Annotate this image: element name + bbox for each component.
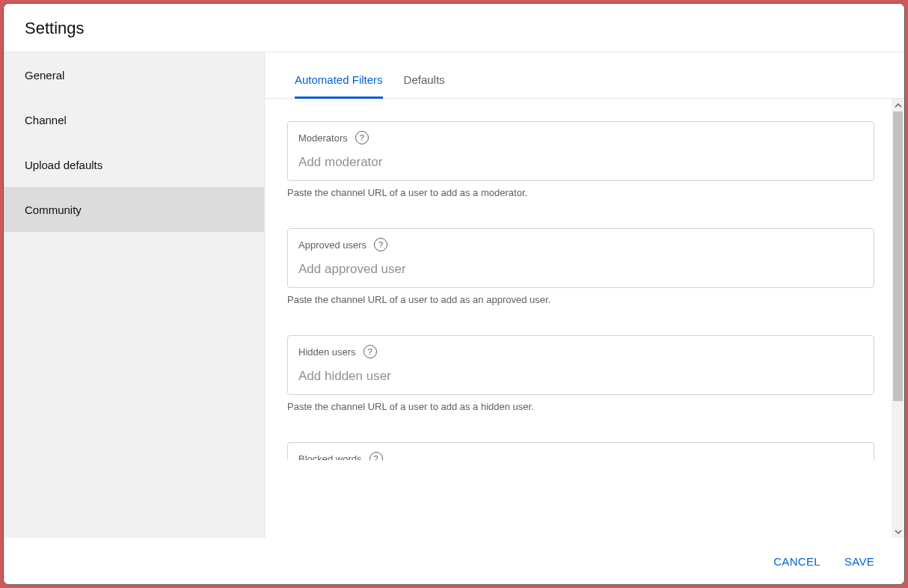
dialog-header: Settings: [4, 4, 904, 52]
main-panel: Automated Filters Defaults Moderators ?: [264, 52, 904, 538]
sidebar-item-upload-defaults[interactable]: Upload defaults: [4, 142, 264, 187]
save-button[interactable]: SAVE: [835, 549, 883, 574]
help-icon[interactable]: ?: [363, 345, 377, 358]
sidebar-item-community[interactable]: Community: [4, 187, 264, 232]
hidden-users-group: Hidden users ? Paste the channel URL of …: [287, 335, 874, 412]
scroll-down-arrow-icon[interactable]: [892, 525, 904, 538]
help-icon[interactable]: ?: [374, 238, 387, 251]
tab-label: Defaults: [404, 73, 445, 86]
sidebar-item-general[interactable]: General: [4, 52, 264, 97]
settings-sidebar: General Channel Upload defaults Communit…: [4, 52, 264, 538]
field-label-row: Blocked words ?: [298, 452, 863, 460]
tabs: Automated Filters Defaults: [265, 52, 904, 99]
blocked-words-box: Blocked words ?: [287, 442, 874, 460]
sidebar-item-label: Channel: [25, 114, 67, 126]
hidden-users-label: Hidden users: [298, 346, 356, 358]
scroll-up-arrow-icon[interactable]: [892, 99, 904, 111]
field-label-row: Hidden users ?: [298, 345, 863, 358]
dialog-body: General Channel Upload defaults Communit…: [4, 52, 904, 538]
main-content[interactable]: Moderators ? Paste the channel URL of a …: [265, 99, 904, 468]
sidebar-item-label: Community: [25, 203, 82, 216]
cancel-button[interactable]: CANCEL: [764, 549, 829, 574]
hidden-users-box: Hidden users ?: [287, 335, 874, 395]
tab-defaults[interactable]: Defaults: [404, 52, 445, 98]
moderators-hint: Paste the channel URL of a user to add a…: [287, 187, 874, 198]
field-label-row: Moderators ?: [298, 131, 863, 144]
sidebar-item-label: General: [25, 69, 64, 82]
tab-label: Automated Filters: [295, 73, 383, 86]
help-icon[interactable]: ?: [355, 131, 369, 144]
approved-users-group: Approved users ? Paste the channel URL o…: [287, 228, 874, 305]
help-icon[interactable]: ?: [369, 452, 383, 460]
moderators-box: Moderators ?: [287, 121, 874, 181]
hidden-users-input[interactable]: [298, 369, 863, 384]
sidebar-item-label: Upload defaults: [25, 159, 102, 171]
approved-users-box: Approved users ?: [287, 228, 874, 288]
dialog-title: Settings: [25, 19, 883, 38]
sidebar-item-channel[interactable]: Channel: [4, 97, 264, 142]
scroll-track[interactable]: [892, 111, 904, 525]
hidden-users-hint: Paste the channel URL of a user to add a…: [287, 401, 874, 412]
tab-automated-filters[interactable]: Automated Filters: [295, 52, 383, 98]
moderators-label: Moderators: [298, 132, 348, 144]
moderators-group: Moderators ? Paste the channel URL of a …: [287, 121, 874, 198]
settings-dialog: Settings General Channel Upload defaults…: [3, 3, 905, 585]
blocked-words-label: Blocked words: [298, 453, 362, 461]
approved-users-input[interactable]: [298, 262, 863, 277]
approved-users-hint: Paste the channel URL of a user to add a…: [287, 294, 874, 305]
field-label-row: Approved users ?: [298, 238, 863, 251]
approved-users-label: Approved users: [298, 239, 366, 251]
moderators-input[interactable]: [298, 155, 863, 170]
dialog-footer: CANCEL SAVE: [4, 538, 904, 584]
scrollbar[interactable]: [892, 99, 904, 538]
scroll-thumb[interactable]: [893, 111, 903, 401]
